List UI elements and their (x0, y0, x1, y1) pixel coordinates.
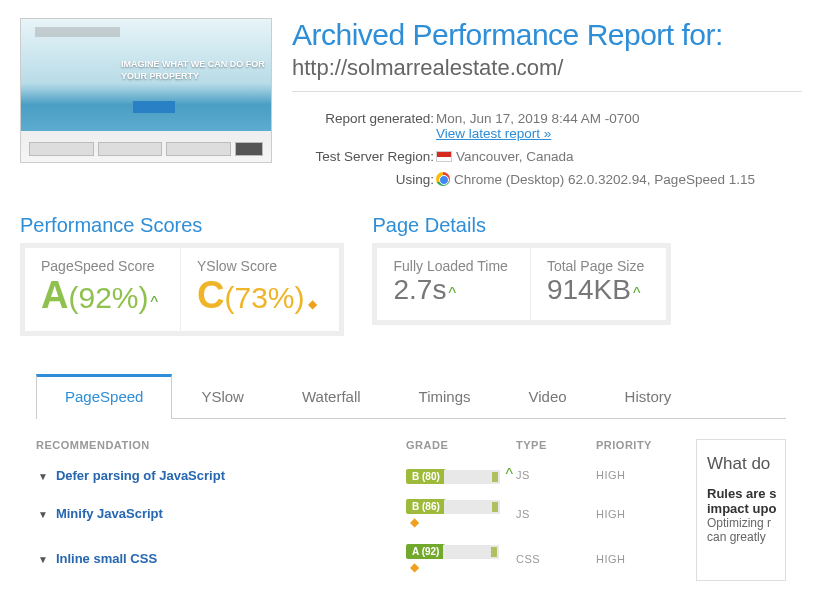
grade-bar (443, 545, 499, 559)
yslow-label: YSlow Score (197, 258, 317, 274)
caret-up-icon: ^ (505, 466, 513, 483)
region-label: Test Server Region: (294, 146, 434, 167)
grade-bar (444, 500, 500, 514)
caret-up-icon: ^ (448, 285, 456, 302)
table-row[interactable]: ▼Minify JavaScriptB (86) ◆JSHIGH (36, 491, 676, 536)
side-title: What do (707, 454, 775, 474)
loaded-label: Fully Loaded Time (393, 258, 507, 274)
table-row[interactable]: ▼Inline small CSSA (92) ◆CSSHIGH (36, 536, 676, 581)
pagespeed-label: PageSpeed Score (41, 258, 158, 274)
report-url: http://solmarrealestate.com/ (292, 55, 802, 81)
using-label: Using: (294, 169, 434, 190)
rec-name[interactable]: Defer parsing of JavaScript (56, 468, 225, 483)
col-priority: Priority (596, 439, 676, 451)
region-value: Vancouver, Canada (456, 149, 574, 164)
caret-up-icon: ^ (150, 294, 158, 311)
pagespeed-score-box: PageSpeed Score A(92%)^ (25, 248, 180, 331)
col-grade: Grade (406, 439, 516, 451)
thumb-tagline: IMAGINE WHAT WE CAN DO FOR YOUR PROPERTY (121, 59, 271, 82)
chevron-down-icon: ▼ (38, 471, 48, 482)
site-thumbnail: IMAGINE WHAT WE CAN DO FOR YOUR PROPERTY (20, 18, 272, 163)
grade-bar (444, 470, 500, 484)
col-recommendation: Recommendation (36, 439, 406, 451)
chrome-icon (436, 172, 450, 186)
rec-type: JS (516, 508, 596, 520)
flag-canada-icon (436, 151, 452, 162)
tab-waterfall[interactable]: Waterfall (273, 374, 390, 418)
grade-badge: B (86) (406, 499, 446, 514)
generated-date: Mon, Jun 17, 2019 8:44 AM -0700 (436, 111, 639, 126)
grade-badge: B (80) (406, 469, 446, 484)
generated-label: Report generated: (294, 108, 434, 144)
diamond-icon: ◆ (308, 297, 317, 311)
side-text1: Optimizing r (707, 516, 775, 530)
yslow-grade: C (197, 274, 224, 316)
rec-name[interactable]: Inline small CSS (56, 551, 157, 566)
rec-priority: HIGH (596, 469, 676, 481)
size-label: Total Page Size (547, 258, 644, 274)
tab-video[interactable]: Video (500, 374, 596, 418)
pagespeed-grade: A (41, 274, 68, 316)
rec-name[interactable]: Minify JavaScript (56, 506, 163, 521)
tabs: PageSpeedYSlowWaterfallTimingsVideoHisto… (36, 374, 786, 419)
diamond-icon: ◆ (410, 560, 419, 574)
perf-scores-title: Performance Scores (20, 214, 344, 237)
size-value: 914KB (547, 274, 631, 305)
grade-badge: A (92) (406, 544, 445, 559)
tab-pagespeed[interactable]: PageSpeed (36, 374, 172, 419)
side-bold2: impact upo (707, 501, 775, 516)
rec-type: JS (516, 469, 596, 481)
col-type: Type (516, 439, 596, 451)
yslow-score-box: YSlow Score C(73%)◆ (180, 248, 339, 331)
page-size-box: Total Page Size 914KB^ (530, 248, 666, 320)
using-value: Chrome (Desktop) 62.0.3202.94, PageSpeed… (454, 172, 755, 187)
pagespeed-pct: (92%) (68, 281, 148, 314)
rec-type: CSS (516, 553, 596, 565)
chevron-down-icon: ▼ (38, 554, 48, 565)
chevron-down-icon: ▼ (38, 509, 48, 520)
diamond-icon: ◆ (410, 515, 419, 529)
latest-report-link[interactable]: View latest report » (436, 126, 551, 141)
page-details-title: Page Details (372, 214, 671, 237)
table-row[interactable]: ▼Defer parsing of JavaScriptB (80) ^JSHI… (36, 459, 676, 491)
side-panel: What do Rules are s impact upo Optimizin… (696, 439, 786, 581)
loaded-time-box: Fully Loaded Time 2.7s^ (377, 248, 529, 320)
tab-yslow[interactable]: YSlow (172, 374, 273, 418)
report-title: Archived Performance Report for: (292, 18, 802, 52)
loaded-value: 2.7s (393, 274, 446, 305)
side-text2: can greatly (707, 530, 775, 544)
yslow-pct: (73%) (224, 281, 304, 314)
rec-priority: HIGH (596, 553, 676, 565)
side-bold1: Rules are s (707, 486, 775, 501)
rec-priority: HIGH (596, 508, 676, 520)
caret-up-icon: ^ (633, 285, 641, 302)
tab-history[interactable]: History (596, 374, 701, 418)
tab-timings[interactable]: Timings (390, 374, 500, 418)
